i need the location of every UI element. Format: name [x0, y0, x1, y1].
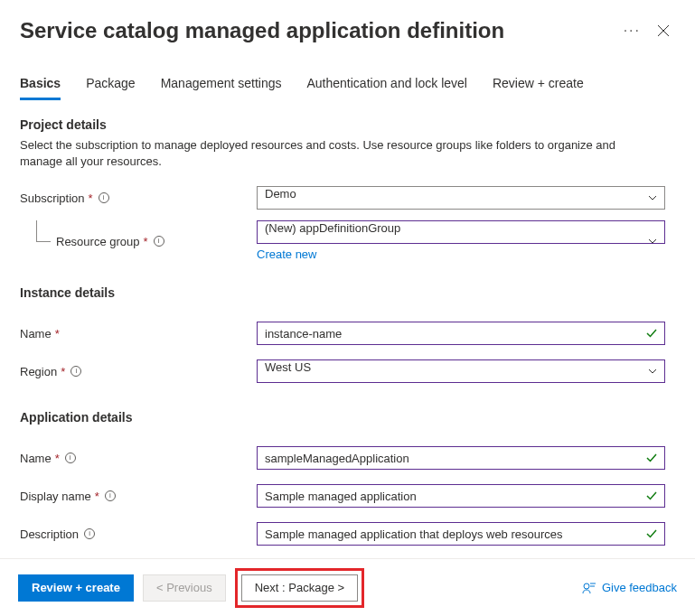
app-name-input[interactable] [257, 446, 665, 470]
page-title: Service catalog managed application defi… [20, 18, 613, 43]
description-input[interactable] [257, 522, 665, 546]
next-package-button[interactable]: Next : Package > [241, 574, 358, 602]
subscription-select[interactable]: Demo [257, 186, 665, 210]
info-icon[interactable]: i [84, 528, 95, 539]
info-icon[interactable]: i [65, 453, 76, 463]
create-new-link[interactable]: Create new [257, 247, 316, 261]
application-details-heading: Application details [20, 410, 675, 425]
region-select[interactable]: West US [257, 359, 665, 383]
info-icon[interactable]: i [99, 192, 109, 203]
region-label: Region [20, 365, 57, 378]
instance-name-label: Name [20, 327, 52, 341]
project-details-desc: Select the subscription to manage deploy… [20, 137, 653, 170]
app-name-label: Name [20, 452, 52, 465]
project-details-heading: Project details [20, 117, 675, 132]
description-label: Description [20, 527, 79, 541]
required-asterisk: * [55, 452, 60, 465]
more-icon[interactable]: ··· [613, 23, 652, 39]
required-asterisk: * [144, 235, 148, 248]
give-feedback-link[interactable]: Give feedback [582, 581, 677, 595]
give-feedback-label: Give feedback [602, 581, 677, 594]
display-name-input[interactable] [257, 484, 665, 508]
connector-line [36, 220, 51, 242]
highlight-box: Next : Package > [235, 568, 364, 608]
instance-details-heading: Instance details [20, 285, 675, 300]
previous-button: < Previous [143, 574, 226, 602]
instance-name-input[interactable] [257, 322, 665, 345]
close-icon[interactable] [652, 19, 675, 42]
info-icon[interactable]: i [154, 236, 164, 247]
tabs: Basics Package Management settings Authe… [0, 43, 695, 101]
resource-group-select[interactable]: (New) appDefinitionGroup [257, 220, 665, 244]
tab-package[interactable]: Package [86, 76, 135, 100]
resource-group-label: Resource group [56, 235, 140, 248]
display-name-label: Display name [20, 490, 91, 503]
subscription-label: Subscription [20, 191, 85, 205]
required-asterisk: * [61, 365, 65, 378]
required-asterisk: * [55, 327, 60, 341]
tab-management-settings[interactable]: Management settings [161, 76, 282, 100]
tab-basics[interactable]: Basics [20, 76, 61, 100]
info-icon[interactable]: i [105, 490, 116, 501]
svg-point-2 [584, 583, 589, 589]
required-asterisk: * [95, 490, 99, 503]
feedback-icon [582, 581, 596, 595]
info-icon[interactable]: i [70, 366, 81, 377]
required-asterisk: * [89, 191, 93, 205]
footer: Review + create < Previous Next : Packag… [0, 558, 695, 616]
tab-authentication[interactable]: Authentication and lock level [307, 76, 467, 100]
tab-review-create[interactable]: Review + create [493, 76, 584, 100]
review-create-button[interactable]: Review + create [18, 574, 134, 602]
